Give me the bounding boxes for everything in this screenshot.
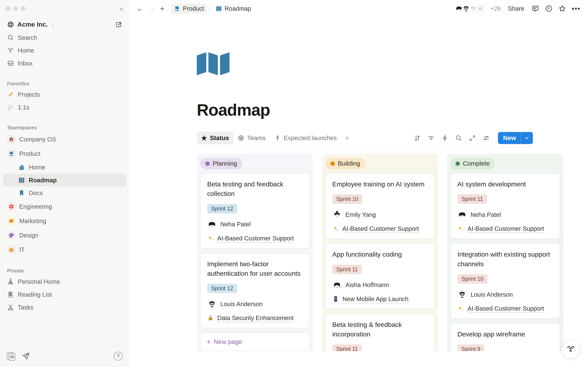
sidebar-item-home[interactable]: Home [3,44,126,57]
card-assignee[interactable]: Neha Patel [457,210,553,219]
send-icon[interactable] [22,352,30,360]
sidebar-item-it[interactable]: IT [3,242,126,257]
bug-icon [7,245,16,254]
avatar [457,290,467,299]
status-dot [330,161,335,166]
card-assignee[interactable]: Neha Patel [207,220,303,229]
card-assignee[interactable]: Emily Yang [332,210,428,219]
card-project-link[interactable]: Data Security Enhancement [207,315,303,321]
avatar-overflow-count[interactable]: +26 [491,5,501,12]
card-project-link[interactable]: New Mobile App Launch [332,296,428,302]
map-icon [216,5,222,12]
search-icon[interactable] [455,134,462,142]
sidebar-item-product[interactable]: Product [3,147,126,161]
compose-icon[interactable] [115,21,122,28]
avatar-letter: A [476,4,485,13]
more-options-icon[interactable]: ••• [572,5,581,12]
kanban-card[interactable]: App functionality coding Sprint 11 Aisha… [325,243,435,309]
status-dot [456,161,460,166]
card-assignee[interactable]: Louis Anderson [457,290,553,299]
calendar-icon[interactable]: 28 [7,352,16,361]
plus-icon: + [207,338,211,346]
column-header-complete[interactable]: Complete [450,158,495,169]
sidebar-item-1on1s[interactable]: 1:1s [3,101,126,114]
view-settings-icon[interactable] [483,134,490,142]
page-map-icon[interactable] [197,52,231,75]
chevron-down-icon[interactable] [521,135,533,141]
sort-icon[interactable] [414,134,421,142]
star-icon: ★ [201,134,207,142]
kanban-card[interactable]: Employee training on AI system Sprint 10… [325,173,435,239]
sidebar-item-search[interactable]: Search [3,31,126,44]
share-button[interactable]: Share [508,5,524,12]
new-page-button[interactable]: + New page [200,333,310,351]
sidebar-item-product-roadmap[interactable]: Roadmap [3,174,126,187]
sidebar-item-product-docs[interactable]: Docs [3,187,126,200]
card-project-link[interactable]: AI-Based Customer Support [207,235,303,242]
collaborator-avatars[interactable]: A [454,4,485,13]
breadcrumb-separator: / [209,5,211,12]
sidebar-item-engineering[interactable]: Engineering [3,200,126,214]
kanban-card[interactable]: AI system development Sprint 11 Neha Pat… [450,173,560,239]
column-header-planning[interactable]: Planning [200,158,242,169]
card-project-link[interactable]: AI-Based Customer Support [332,225,428,232]
expand-icon[interactable] [469,134,476,142]
filter-icon[interactable] [428,134,435,142]
card-title: AI system development [457,179,553,189]
add-view-icon[interactable]: + [341,134,353,142]
card-project-link[interactable]: AI-Based Customer Support [457,225,553,232]
tab-status[interactable]: ★ Status [197,132,233,144]
help-icon[interactable]: ? [114,352,123,361]
avatar [457,210,467,219]
column-header-building[interactable]: Building [325,158,365,169]
kanban-card[interactable]: Integration with existing support channe… [450,243,560,319]
card-project-link[interactable]: AI-Based Customer Support [457,305,553,312]
tab-teams[interactable]: Teams [233,132,270,144]
kanban-card[interactable]: Develop app wireframe Sprint 9 Emily Yan… [450,323,560,351]
workspace-switcher[interactable]: Acme Inc. ⌄ [3,19,126,30]
window-controls[interactable] [6,6,26,11]
kanban-card[interactable]: Beta testing and feedback collection Spr… [200,173,310,249]
zoom-window-button[interactable] [21,6,26,11]
notion-ai-button[interactable] [562,340,580,358]
sidebar-item-tasks[interactable]: Tasks [3,301,126,314]
sidebar-item-marketing[interactable]: Marketing [3,214,126,228]
back-arrow-icon[interactable]: ← [137,4,144,13]
breadcrumb-roadmap[interactable]: Roadmap [213,4,254,14]
new-button-label[interactable]: New [498,132,521,144]
card-title: Employee training on AI system [332,179,428,189]
sidebar-item-inbox[interactable]: Inbox [3,57,126,70]
lightning-icon[interactable] [441,134,448,142]
sidebar-item-projects[interactable]: Projects [3,88,126,101]
sparkles-icon [332,225,339,232]
status-dot [205,161,210,166]
sprint-tag: Sprint 11 [332,344,362,351]
card-assignee[interactable]: Aisha Hoffmann [332,280,428,290]
minimize-window-button[interactable] [13,6,18,11]
kanban-board: Planning Beta testing and feedback colle… [130,154,588,351]
new-page-plus-icon[interactable]: + [160,4,164,13]
kanban-card[interactable]: Beta testing & feedback incorporation Sp… [325,314,435,351]
sidebar-item-design[interactable]: Design [3,228,126,242]
favorite-star-icon[interactable] [558,5,566,13]
kanban-card[interactable]: Implement two-factor authentication for … [200,253,310,328]
page-content: Roadmap ★ Status Teams Expecte [130,17,588,367]
updates-clock-icon[interactable] [545,5,553,13]
card-assignee[interactable]: Louis Anderson [207,299,303,309]
collapse-sidebar-icon[interactable]: « [120,5,124,13]
globe-icon [7,21,14,28]
breadcrumb-product[interactable]: Product [171,4,207,14]
sidebar-item-reading-list[interactable]: Reading List [3,288,126,301]
sidebar-item-company-os[interactable]: Company OS [3,132,126,147]
comments-icon[interactable] [531,5,539,13]
sidebar-item-product-home[interactable]: Home [3,161,126,174]
close-window-button[interactable] [6,6,10,11]
card-title: Develop app wireframe [457,329,553,339]
forward-arrow-icon[interactable]: → [148,4,156,13]
bookmark-icon [18,190,25,197]
sidebar-item-personal-home[interactable]: Personal Home [3,275,126,288]
topbar: ← → + Product / Roadmap [130,0,588,17]
new-button[interactable]: New [498,132,533,144]
sprint-tag: Sprint 11 [332,265,362,274]
tab-expected-launches[interactable]: Expected launches [270,132,341,144]
